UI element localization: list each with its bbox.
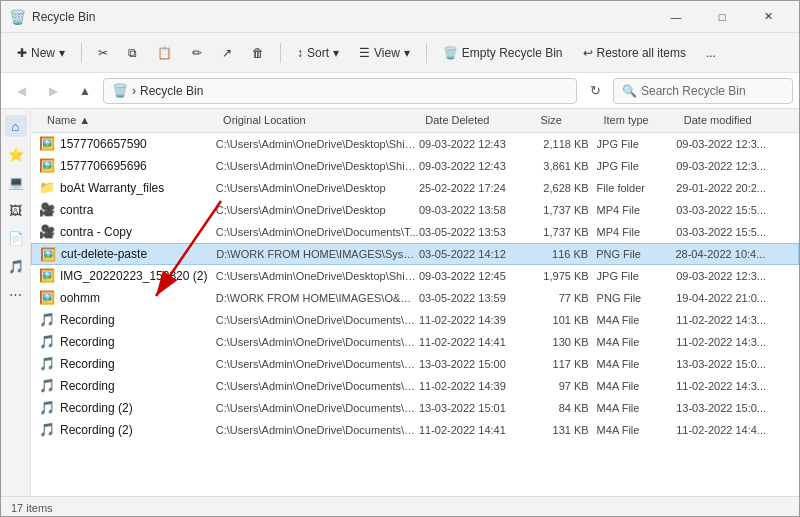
file-modified-cell: 03-03-2022 15:5...: [676, 204, 791, 216]
sidebar-icon-pc[interactable]: 💻: [5, 171, 27, 193]
share-icon: ↗: [222, 46, 232, 60]
new-button[interactable]: ✚ New ▾: [9, 37, 73, 69]
sort-label: Sort: [307, 46, 329, 60]
file-location-cell: D:\WORK FROM HOME\IMAGES\Syswea...: [216, 248, 419, 260]
file-icon: 🎵: [39, 422, 55, 437]
file-location-cell: C:\Users\Admin\OneDrive\Documents\S...: [216, 314, 419, 326]
file-name-cell: 🎥 contra - Copy: [39, 224, 216, 239]
file-icon: 🎵: [39, 334, 55, 349]
file-deleted-cell: 11-02-2022 14:41: [419, 424, 534, 436]
col-header-deleted[interactable]: Date Deleted: [417, 109, 532, 133]
forward-button[interactable]: ▶: [39, 77, 67, 105]
separator-2: [280, 43, 281, 63]
table-row[interactable]: 🎵 Recording C:\Users\Admin\OneDrive\Docu…: [31, 375, 799, 397]
file-name-text: Recording: [60, 357, 115, 371]
copy-button[interactable]: ⧉: [120, 37, 145, 69]
file-deleted-cell: 09-03-2022 13:58: [419, 204, 534, 216]
col-header-name[interactable]: Name ▲: [39, 109, 215, 133]
file-location-cell: C:\Users\Admin\OneDrive\Documents\S...: [216, 424, 419, 436]
table-row[interactable]: 🎵 Recording (2) C:\Users\Admin\OneDrive\…: [31, 397, 799, 419]
file-name-cell: 🖼️ oohmm: [39, 290, 216, 305]
file-icon: 🖼️: [39, 268, 55, 283]
table-row[interactable]: 🖼️ oohmm D:\WORK FROM HOME\IMAGES\O&O Di…: [31, 287, 799, 309]
address-path[interactable]: 🗑️ › Recycle Bin: [103, 78, 577, 104]
sort-button[interactable]: ↕ Sort ▾: [289, 37, 347, 69]
file-modified-cell: 09-03-2022 12:3...: [676, 138, 791, 150]
file-name-text: Recording: [60, 379, 115, 393]
table-row[interactable]: 🎵 Recording C:\Users\Admin\OneDrive\Docu…: [31, 331, 799, 353]
table-row[interactable]: 🎥 contra - Copy C:\Users\Admin\OneDrive\…: [31, 221, 799, 243]
view-button[interactable]: ☰ View ▾: [351, 37, 418, 69]
table-row[interactable]: 🖼️ 1577706657590 C:\Users\Admin\OneDrive…: [31, 133, 799, 155]
file-size-cell: 97 KB: [534, 380, 597, 392]
maximize-button[interactable]: □: [699, 1, 745, 33]
file-deleted-cell: 11-02-2022 14:39: [419, 380, 534, 392]
file-name-cell: 🎵 Recording: [39, 356, 216, 371]
file-location-cell: C:\Users\Admin\OneDrive\Documents\S...: [216, 336, 419, 348]
table-row[interactable]: 🎥 contra C:\Users\Admin\OneDrive\Desktop…: [31, 199, 799, 221]
path-separator: ›: [132, 84, 136, 98]
back-button[interactable]: ◀: [7, 77, 35, 105]
file-location-cell: C:\Users\Admin\OneDrive\Desktop: [216, 182, 419, 194]
file-modified-cell: 11-02-2022 14:4...: [676, 424, 791, 436]
file-modified-cell: 11-02-2022 14:3...: [676, 336, 791, 348]
file-modified-cell: 29-01-2022 20:2...: [676, 182, 791, 194]
file-location-cell: D:\WORK FROM HOME\IMAGES\O&O Di...: [216, 292, 419, 304]
more-label: ...: [706, 46, 716, 60]
sidebar-icon-star[interactable]: ⭐: [5, 143, 27, 165]
table-row[interactable]: 🖼️ 1577706695696 C:\Users\Admin\OneDrive…: [31, 155, 799, 177]
close-button[interactable]: ✕: [745, 1, 791, 33]
minimize-button[interactable]: —: [653, 1, 699, 33]
table-row[interactable]: 🎵 Recording C:\Users\Admin\OneDrive\Docu…: [31, 309, 799, 331]
file-modified-cell: 09-03-2022 12:3...: [676, 270, 791, 282]
file-size-cell: 3,861 KB: [534, 160, 597, 172]
table-row[interactable]: 🎵 Recording C:\Users\Admin\OneDrive\Docu…: [31, 353, 799, 375]
sidebar-icon-music[interactable]: 🎵: [5, 255, 27, 277]
col-header-location[interactable]: Original Location: [215, 109, 417, 133]
table-row[interactable]: 🖼️ cut-delete-paste D:\WORK FROM HOME\IM…: [31, 243, 799, 265]
empty-recycle-button[interactable]: 🗑️ Empty Recycle Bin: [435, 37, 571, 69]
table-row[interactable]: 📁 boAt Warranty_files C:\Users\Admin\One…: [31, 177, 799, 199]
sidebar-icon-docs[interactable]: 📄: [5, 227, 27, 249]
delete-icon: 🗑: [252, 46, 264, 60]
file-type-cell: M4A File: [597, 358, 677, 370]
file-location-cell: C:\Users\Admin\OneDrive\Documents\S...: [216, 402, 419, 414]
col-header-type[interactable]: Item type: [595, 109, 675, 133]
sort-asc-icon: ▲: [79, 114, 90, 126]
separator-1: [81, 43, 82, 63]
table-row[interactable]: 🖼️ IMG_20220223_152820 (2) C:\Users\Admi…: [31, 265, 799, 287]
file-name-text: contra - Copy: [60, 225, 132, 239]
more-button[interactable]: ...: [698, 37, 724, 69]
sidebar-icon-images[interactable]: 🖼: [5, 199, 27, 221]
window-icon: 🗑️: [9, 9, 26, 25]
file-size-cell: 131 KB: [534, 424, 597, 436]
delete-button[interactable]: 🗑: [244, 37, 272, 69]
cut-button[interactable]: ✂: [90, 37, 116, 69]
file-area: Name ▲ Original Location Date Deleted Si…: [31, 109, 799, 496]
window-title: Recycle Bin: [32, 10, 95, 24]
file-type-cell: M4A File: [597, 402, 677, 414]
table-row[interactable]: 🎵 Recording (2) C:\Users\Admin\OneDrive\…: [31, 419, 799, 441]
col-header-size[interactable]: Size: [532, 109, 595, 133]
sidebar-icon-home[interactable]: ⌂: [5, 115, 27, 137]
file-name-text: 1577706657590: [60, 137, 147, 151]
file-type-cell: JPG File: [597, 160, 677, 172]
file-name-cell: 🖼️ IMG_20220223_152820 (2): [39, 268, 216, 283]
file-size-cell: 77 KB: [534, 292, 597, 304]
file-type-cell: MP4 File: [597, 226, 677, 238]
file-type-cell: MP4 File: [597, 204, 677, 216]
paste-button[interactable]: 📋: [149, 37, 180, 69]
refresh-button[interactable]: ↻: [581, 77, 609, 105]
up-button[interactable]: ▲: [71, 77, 99, 105]
file-name-cell: 🖼️ 1577706657590: [39, 136, 216, 151]
restore-all-button[interactable]: ↩ Restore all items: [575, 37, 694, 69]
file-type-cell: PNG File: [596, 248, 675, 260]
search-box[interactable]: 🔍 Search Recycle Bin: [613, 78, 793, 104]
file-name-cell: 🎵 Recording: [39, 378, 216, 393]
sidebar-icon-more[interactable]: ⋯: [5, 283, 27, 305]
col-header-modified[interactable]: Date modified: [676, 109, 791, 133]
share-button[interactable]: ↗: [214, 37, 240, 69]
file-name-cell: 🎥 contra: [39, 202, 216, 217]
rename-button[interactable]: ✏: [184, 37, 210, 69]
address-bar: ◀ ▶ ▲ 🗑️ › Recycle Bin ↻ 🔍 Search Recycl…: [1, 73, 799, 109]
